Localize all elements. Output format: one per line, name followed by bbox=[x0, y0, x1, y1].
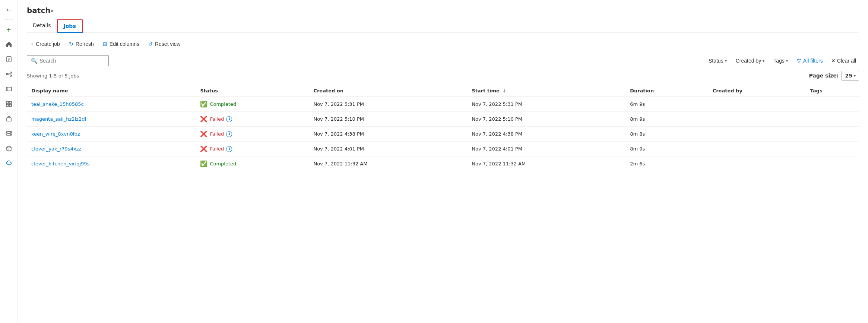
table-row: clever_yak_r79s4xzz❌FailediNov 7, 2022 4… bbox=[27, 142, 859, 156]
col-created-by: Created by bbox=[708, 85, 806, 97]
col-duration: Duration bbox=[625, 85, 708, 97]
job-name-cell: clever_yak_r79s4xzz bbox=[27, 142, 196, 156]
failed-icon: ❌ bbox=[200, 115, 208, 123]
col-start-time[interactable]: Start time ↓ bbox=[467, 85, 625, 97]
status-filter-button[interactable]: Status ▾ bbox=[705, 56, 731, 66]
chevron-down-icon: ▾ bbox=[725, 59, 727, 63]
status-label: Failed bbox=[210, 116, 224, 122]
info-icon[interactable]: i bbox=[226, 131, 232, 137]
status-label: Completed bbox=[210, 101, 236, 107]
refresh-icon: ↻ bbox=[69, 41, 73, 47]
job-status-cell: ❌Failedi bbox=[196, 127, 309, 142]
job-tags-cell bbox=[806, 97, 859, 112]
back-icon[interactable]: ← bbox=[2, 3, 16, 16]
jobs-table-container: Display name Status Created on Start tim… bbox=[27, 85, 859, 317]
close-icon: ✕ bbox=[831, 58, 836, 64]
jobs-icon[interactable] bbox=[2, 112, 16, 126]
job-created-on-cell: Nov 7, 2022 4:01 PM bbox=[309, 142, 467, 156]
container-icon[interactable] bbox=[2, 142, 16, 155]
page-title: batch- bbox=[27, 6, 859, 15]
main-content: batch- Details Jobs + Create job ↻ Refre… bbox=[18, 0, 868, 323]
storage-icon[interactable] bbox=[2, 127, 16, 140]
job-name-link[interactable]: magenta_sail_hz2lz2dl bbox=[31, 116, 86, 122]
svg-rect-12 bbox=[9, 101, 12, 104]
table-row: clever_kitchen_vxtqj99s✅CompletedNov 7, … bbox=[27, 156, 859, 171]
summary-text: Showing 1-5 of 5 jobs bbox=[27, 73, 79, 79]
job-name-cell: clever_kitchen_vxtqj99s bbox=[27, 156, 196, 171]
toolbar: + Create job ↻ Refresh ⊞ Edit columns ↺ … bbox=[27, 39, 859, 49]
job-created-by-cell bbox=[708, 142, 806, 156]
tags-filter-button[interactable]: Tags ▾ bbox=[770, 56, 792, 66]
columns-icon: ⊞ bbox=[103, 41, 107, 47]
completed-icon: ✅ bbox=[200, 101, 208, 108]
svg-rect-14 bbox=[9, 104, 12, 107]
job-start-time-cell: Nov 7, 2022 5:31 PM bbox=[467, 97, 625, 112]
summary-row: Showing 1-5 of 5 jobs Page size: 25 ▾ bbox=[27, 71, 859, 80]
create-job-button[interactable]: + Create job bbox=[27, 39, 64, 49]
job-created-on-cell: Nov 7, 2022 5:31 PM bbox=[309, 97, 467, 112]
job-name-link[interactable]: teal_snake_15h0585c bbox=[31, 101, 84, 107]
svg-line-7 bbox=[8, 73, 10, 74]
job-created-by-cell bbox=[708, 112, 806, 127]
chevron-down-icon: ▾ bbox=[786, 59, 788, 63]
info-icon[interactable]: i bbox=[226, 146, 232, 152]
tab-jobs[interactable]: Jobs bbox=[57, 19, 83, 33]
job-name-link[interactable]: clever_yak_r79s4xzz bbox=[31, 146, 81, 152]
created-by-filter-button[interactable]: Created by ▾ bbox=[732, 56, 768, 66]
job-name-cell: keen_wire_8xvn0lbz bbox=[27, 127, 196, 142]
jobs-table: Display name Status Created on Start tim… bbox=[27, 85, 859, 171]
compute-icon[interactable] bbox=[2, 82, 16, 96]
clear-all-button[interactable]: ✕ Clear all bbox=[828, 56, 859, 66]
col-status: Status bbox=[196, 85, 309, 97]
refresh-button[interactable]: ↻ Refresh bbox=[65, 39, 98, 49]
col-tags: Tags bbox=[806, 85, 859, 97]
page-size-select[interactable]: 25 ▾ bbox=[842, 71, 859, 80]
job-created-on-cell: Nov 7, 2022 5:10 PM bbox=[309, 112, 467, 127]
data-icon[interactable] bbox=[2, 97, 16, 111]
job-name-cell: magenta_sail_hz2lz2dl bbox=[27, 112, 196, 127]
job-created-by-cell bbox=[708, 97, 806, 112]
filter-actions: Status ▾ Created by ▾ Tags ▾ ▽ All filte… bbox=[705, 56, 859, 66]
job-status-cell: ❌Failedi bbox=[196, 112, 309, 127]
document-icon[interactable] bbox=[2, 53, 16, 66]
reset-icon: ↺ bbox=[148, 41, 153, 47]
reset-view-button[interactable]: ↺ Reset view bbox=[145, 39, 184, 49]
chevron-down-icon: ▾ bbox=[854, 74, 856, 78]
svg-point-6 bbox=[10, 75, 12, 76]
col-created-on: Created on bbox=[309, 85, 467, 97]
job-name-cell: teal_snake_15h0585c bbox=[27, 97, 196, 112]
job-created-by-cell bbox=[708, 156, 806, 171]
svg-point-5 bbox=[10, 72, 12, 73]
svg-point-19 bbox=[10, 134, 11, 135]
job-tags-cell bbox=[806, 142, 859, 156]
search-box[interactable]: 🔍 bbox=[27, 55, 109, 66]
job-tags-cell bbox=[806, 127, 859, 142]
cloud-icon[interactable] bbox=[2, 157, 16, 170]
status-label: Failed bbox=[210, 146, 224, 152]
job-duration-cell: 8m 9s bbox=[625, 142, 708, 156]
failed-icon: ❌ bbox=[200, 145, 208, 152]
home-icon[interactable] bbox=[2, 38, 16, 51]
job-duration-cell: 6m 9s bbox=[625, 97, 708, 112]
pipeline-icon[interactable] bbox=[2, 67, 16, 81]
job-name-link[interactable]: clever_kitchen_vxtqj99s bbox=[31, 161, 89, 167]
failed-icon: ❌ bbox=[200, 130, 208, 137]
search-input[interactable] bbox=[39, 58, 105, 64]
tab-details[interactable]: Details bbox=[27, 19, 57, 33]
job-duration-cell: 8m 9s bbox=[625, 112, 708, 127]
job-name-link[interactable]: keen_wire_8xvn0lbz bbox=[31, 131, 80, 137]
info-icon[interactable]: i bbox=[226, 116, 232, 122]
job-status-cell: ❌Failedi bbox=[196, 142, 309, 156]
job-tags-cell bbox=[806, 112, 859, 127]
edit-columns-button[interactable]: ⊞ Edit columns bbox=[99, 39, 143, 49]
chevron-down-icon: ▾ bbox=[763, 59, 764, 63]
add-icon[interactable]: + bbox=[2, 23, 16, 36]
filter-icon: ▽ bbox=[797, 58, 801, 64]
job-created-on-cell: Nov 7, 2022 4:38 PM bbox=[309, 127, 467, 142]
svg-rect-13 bbox=[6, 104, 9, 107]
job-start-time-cell: Nov 7, 2022 4:01 PM bbox=[467, 142, 625, 156]
job-duration-cell: 2m 6s bbox=[625, 156, 708, 171]
job-tags-cell bbox=[806, 156, 859, 171]
svg-line-8 bbox=[8, 74, 10, 75]
all-filters-button[interactable]: ▽ All filters bbox=[793, 56, 827, 66]
